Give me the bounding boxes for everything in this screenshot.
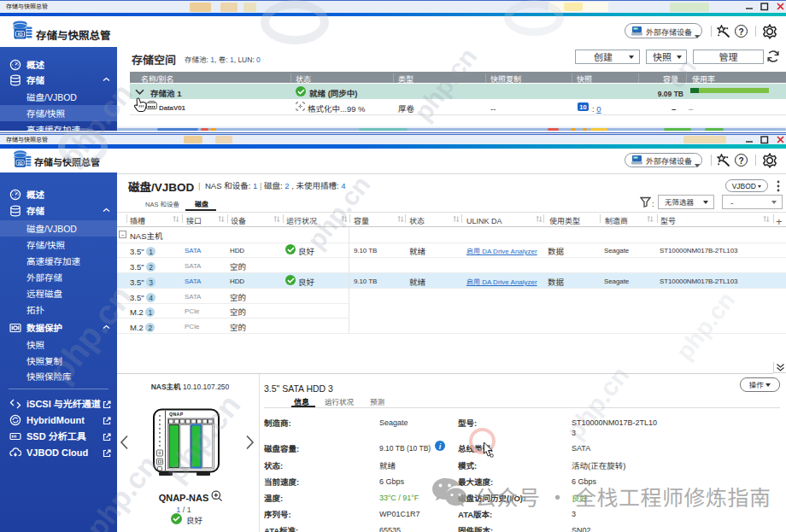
svg-text:QNAP: QNAP: [169, 412, 184, 417]
svg-text:IO: IO: [18, 161, 22, 166]
svg-text:IO: IO: [18, 32, 24, 37]
